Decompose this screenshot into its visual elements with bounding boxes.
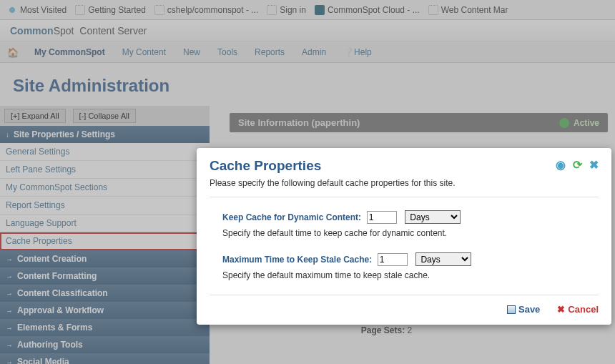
page-icon	[75, 5, 85, 15]
cache-properties-dialog: Cache Properties ◉ ⟳ ✖ Please specify th…	[197, 148, 611, 325]
arrow-right-icon: →	[6, 307, 13, 315]
menu-admin[interactable]: Admin	[302, 47, 326, 57]
menu-mycommonspot[interactable]: My CommonSpot	[34, 47, 105, 57]
status-dot-icon	[559, 118, 569, 128]
save-button[interactable]: Save	[507, 304, 540, 315]
menu-new[interactable]: New	[183, 47, 200, 57]
dynamic-cache-unit-select[interactable]: Days	[405, 210, 461, 224]
expand-all-button[interactable]: [+] Expand All	[4, 109, 66, 123]
menu-tools[interactable]: Tools	[217, 47, 237, 57]
dynamic-cache-input[interactable]	[367, 211, 397, 224]
bookmark-webcontent[interactable]: Web Content Mar	[425, 5, 511, 15]
collapse-all-button[interactable]: [-] Collapse All	[73, 109, 136, 123]
arrow-right-icon: →	[6, 341, 13, 349]
sidebar-item-report-settings[interactable]: Report Settings	[0, 197, 210, 215]
stale-cache-input[interactable]	[378, 253, 408, 266]
arrow-right-icon: →	[6, 290, 13, 297]
bookmark-getting-started[interactable]: Getting Started	[72, 5, 149, 15]
sidebar: [+] Expand All [-] Collapse All ↓Site Pr…	[0, 106, 210, 364]
bookmark-signin[interactable]: Sign in	[264, 5, 309, 15]
star-icon	[7, 5, 17, 15]
nav-header-content-creation[interactable]: →Content Creation	[0, 250, 210, 267]
nav-header-elements-forms[interactable]: →Elements & Forms	[0, 319, 210, 336]
stale-cache-label: Maximum Time to Keep Stale Cache:	[222, 255, 372, 265]
nav-header-authoring-tools[interactable]: →Authoring Tools	[0, 336, 210, 353]
panel-header: Site Information (paperthin) Active	[230, 113, 608, 132]
sidebar-item-general-settings[interactable]: General Settings	[0, 143, 210, 161]
panel-title: Site Information (paperthin)	[238, 117, 360, 128]
page-icon	[267, 5, 277, 15]
dialog-subtitle: Please specify the following default cac…	[210, 178, 599, 188]
dynamic-cache-label: Keep Cache for Dynamic Content:	[222, 212, 361, 222]
sidebar-item-mycommonspot-sections[interactable]: My CommonSpot Sections	[0, 179, 210, 197]
app-icon	[315, 5, 325, 15]
save-icon	[507, 305, 516, 314]
bookmark-most-visited[interactable]: Most Visited	[4, 5, 69, 15]
stale-cache-desc: Specify the default maximum time to keep…	[210, 270, 599, 280]
divider	[210, 197, 599, 197]
sidebar-item-left-pane-settings[interactable]: Left Pane Settings	[0, 161, 210, 179]
arrow-right-icon: →	[6, 358, 13, 365]
nav-header-approval-workflow[interactable]: →Approval & Workflow	[0, 302, 210, 319]
sidebar-item-cache-properties[interactable]: Cache Properties	[0, 232, 210, 250]
cancel-icon: ✖	[557, 304, 565, 315]
app-logo: CommonSpot Content Server	[10, 25, 147, 36]
arrow-down-icon: ↓	[6, 131, 9, 139]
menu-mycontent[interactable]: My Content	[122, 47, 166, 57]
bookmark-cloud[interactable]: CommonSpot Cloud - ...	[312, 5, 423, 15]
dialog-title: Cache Properties	[210, 158, 321, 174]
stale-cache-unit-select[interactable]: Days	[415, 252, 471, 266]
bookmark-cshelp[interactable]: cshelp/commonspot - ...	[152, 5, 261, 15]
arrow-right-icon: →	[6, 272, 13, 280]
arrow-right-icon: →	[6, 324, 13, 332]
nav-header-site-properties[interactable]: ↓Site Properties / Settings	[0, 126, 210, 143]
sidebar-item-language-support[interactable]: Language Support	[0, 215, 210, 232]
page-icon	[154, 5, 164, 15]
page-icon	[428, 5, 438, 15]
dynamic-cache-desc: Specify the default time to keep cache f…	[210, 228, 599, 238]
page-sets-row: Page Sets: 2	[230, 325, 608, 335]
help-icon[interactable]: ◉	[556, 158, 566, 172]
refresh-icon[interactable]: ⟳	[573, 158, 582, 172]
help-icon: ❔	[343, 47, 354, 57]
tree-controls: [+] Expand All [-] Collapse All	[0, 106, 210, 126]
nav-header-content-classification[interactable]: →Content Classification	[0, 285, 210, 302]
home-icon: 🏠	[7, 47, 17, 57]
cancel-button[interactable]: ✖Cancel	[557, 304, 599, 315]
close-icon[interactable]: ✖	[589, 158, 599, 172]
page-title: Site Administration	[0, 63, 615, 106]
status-badge: Active	[559, 118, 599, 128]
menu-reports[interactable]: Reports	[255, 47, 285, 57]
nav-header-social-media[interactable]: →Social Media	[0, 353, 210, 364]
nav-header-content-formatting[interactable]: →Content Formatting	[0, 267, 210, 285]
menu-help[interactable]: ❔Help	[343, 47, 372, 57]
app-header: CommonSpot Content Server	[0, 20, 615, 41]
arrow-right-icon: →	[6, 255, 13, 263]
main-menu: 🏠 My CommonSpot My Content New Tools Rep…	[0, 41, 615, 63]
bookmarks-bar: Most Visited Getting Started cshelp/comm…	[0, 0, 615, 20]
